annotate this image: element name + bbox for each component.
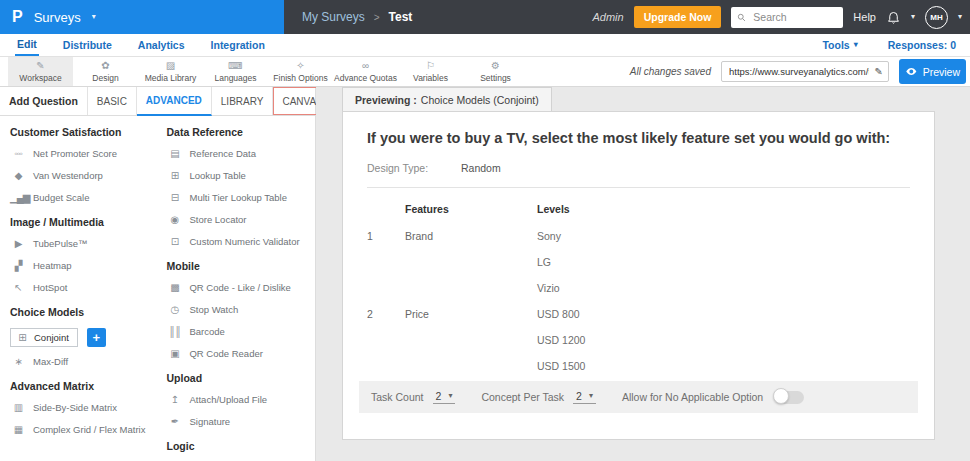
tools-label: Tools xyxy=(822,39,849,51)
sidebar-item-qr-like-dislike[interactable]: ▩ QR Code - Like / Dislike xyxy=(166,282,315,293)
previewing-question-type: Choice Models (Conjoint) xyxy=(421,94,539,106)
question-type-tabs: Add Question BASIC ADVANCED LIBRARY CANV… xyxy=(0,87,315,116)
question-column-2: Data Reference ▤ Reference Data ⊞ Lookup… xyxy=(162,126,315,461)
sidebar-item-barcode[interactable]: ║║ Barcode xyxy=(166,326,315,337)
nav-tab-analytics[interactable]: Analytics xyxy=(136,34,187,56)
tab-advanced[interactable]: ADVANCED xyxy=(137,87,212,116)
conjoint-selected-box[interactable]: ⊞ Conjoint xyxy=(10,328,78,347)
table-icon: ⊞ xyxy=(166,171,182,181)
concept-per-task-value: 2 xyxy=(576,390,582,402)
sidebar-item-signature[interactable]: ✒ Signature xyxy=(166,416,315,427)
section-title: Image / Multimedia xyxy=(10,216,162,228)
wand-icon: ✧ xyxy=(296,61,304,71)
tools-menu[interactable]: Tools▾ xyxy=(822,39,857,51)
item-label: QR Code - Like / Dislike xyxy=(189,282,290,293)
sidebar-item-attach-upload-file[interactable]: ↥ Attach/Upload File xyxy=(166,394,315,405)
sidebar-item-van-westendorp[interactable]: ◆ Van Westendorp xyxy=(10,170,162,181)
item-label: Barcode xyxy=(189,326,224,337)
sidebar-item-side-by-side-matrix[interactable]: ▥ Side-By-Side Matrix xyxy=(10,402,162,413)
search-input[interactable] xyxy=(751,10,837,24)
toolbar-finish-options[interactable]: ✧ Finish Options xyxy=(268,57,333,86)
divider xyxy=(367,187,910,188)
item-label: HotSpot xyxy=(33,282,67,293)
sidebar-item-conjoint-selected[interactable]: ⊞ Conjoint + xyxy=(10,328,162,347)
survey-url-input[interactable] xyxy=(727,65,871,78)
add-conjoint-button[interactable]: + xyxy=(87,328,106,347)
upload-icon: ↥ xyxy=(166,395,182,405)
task-count-label: Task Count xyxy=(371,391,424,403)
item-label: Van Westendorp xyxy=(33,170,103,181)
breadcrumb-separator-icon: > xyxy=(374,12,380,23)
sidebar-item-max-diff[interactable]: ∗ Max-Diff xyxy=(10,356,162,367)
feature-row: 2 Price USD 800 xyxy=(367,301,910,327)
level-value: USD 800 xyxy=(537,308,580,320)
sidebar-item-tubepulse[interactable]: ▶ TubePulse™ xyxy=(10,238,162,249)
sidebar-item-lookup-table[interactable]: ⊞ Lookup Table xyxy=(166,170,315,181)
edit-url-pencil-icon[interactable]: ✎ xyxy=(875,66,883,77)
item-label: Custom Numeric Validator xyxy=(189,236,299,247)
product-name: Surveys xyxy=(34,10,81,25)
search-box[interactable] xyxy=(731,7,843,28)
nav-tab-integration[interactable]: Integration xyxy=(209,34,267,56)
item-label: Stop Watch xyxy=(189,304,238,315)
user-avatar[interactable]: MH xyxy=(925,6,948,29)
section-title: Mobile xyxy=(166,260,315,272)
sidebar-item-heatmap[interactable]: ▞ Heatmap xyxy=(10,260,162,271)
video-play-icon: ▶ xyxy=(10,239,26,249)
toolbar-advance-quotas[interactable]: ∞ Advance Quotas xyxy=(333,57,398,86)
preview-button[interactable]: Preview xyxy=(899,59,966,84)
toolbar-languages[interactable]: ⌨ Languages xyxy=(203,57,268,86)
item-label: Reference Data xyxy=(189,148,256,159)
upgrade-now-button[interactable]: Upgrade Now xyxy=(634,6,722,28)
features-header: Features xyxy=(405,203,537,215)
breadcrumb-my-surveys[interactable]: My Surveys xyxy=(302,10,365,24)
notifications-caret-icon[interactable]: ▾ xyxy=(911,13,915,21)
level-row: USD 1200 xyxy=(367,327,910,353)
task-count-select[interactable]: 2 ▾ xyxy=(433,390,456,404)
section-logic: Logic xyxy=(166,440,315,452)
autosave-status: All changes saved xyxy=(630,66,711,77)
concept-per-task-select[interactable]: 2 ▾ xyxy=(573,390,596,404)
nav-right: Tools▾ Responses: 0 xyxy=(822,34,956,56)
product-switcher[interactable]: P Surveys ▾ xyxy=(0,0,284,34)
sidebar-item-complex-grid[interactable]: ▦ Complex Grid / Flex Matrix xyxy=(10,424,162,435)
tab-library[interactable]: LIBRARY xyxy=(212,87,274,115)
toolbar-variables[interactable]: ⚐ Variables xyxy=(398,57,463,86)
heatmap-icon: ▞ xyxy=(10,261,26,271)
toolbar-media-library[interactable]: ▨ Media Library xyxy=(138,57,203,86)
question-type-columns: Customer Satisfaction ◦◦◦ Net Promoter S… xyxy=(0,116,315,461)
sidebar-item-net-promoter-score[interactable]: ◦◦◦ Net Promoter Score xyxy=(10,148,162,159)
section-choice-models: Choice Models ⊞ Conjoint + ∗ Max-Diff xyxy=(10,306,162,367)
search-icon xyxy=(737,12,746,23)
responses-count[interactable]: Responses: 0 xyxy=(888,39,956,51)
help-link[interactable]: Help xyxy=(853,11,876,23)
section-title: Upload xyxy=(166,372,315,384)
nav-tab-edit[interactable]: Edit xyxy=(15,34,39,56)
item-label: Max-Diff xyxy=(33,356,68,367)
tab-basic[interactable]: BASIC xyxy=(88,87,137,115)
levels-header: Levels xyxy=(537,203,570,215)
toolbar-design[interactable]: ✿ Design xyxy=(73,57,138,86)
item-label: Signature xyxy=(189,416,230,427)
item-label: Attach/Upload File xyxy=(189,394,267,405)
sidebar-item-qr-code-reader[interactable]: ▣ QR Code Reader xyxy=(166,348,315,359)
toolbar-workspace[interactable]: ✎ Workspace xyxy=(8,57,73,86)
sidebar-item-multi-tier-lookup[interactable]: ⊟ Multi Tier Lookup Table xyxy=(166,192,315,203)
survey-url-box[interactable]: ✎ xyxy=(721,61,889,82)
feature-name: Price xyxy=(405,308,537,320)
notifications-bell-icon[interactable] xyxy=(886,10,901,25)
account-caret-icon[interactable]: ▾ xyxy=(958,13,962,21)
no-applicable-toggle[interactable] xyxy=(774,391,804,404)
add-question-panel: Add Question BASIC ADVANCED LIBRARY CANV… xyxy=(0,87,316,461)
sidebar-item-store-locator[interactable]: ◉ Store Locator xyxy=(166,214,315,225)
sidebar-item-reference-data[interactable]: ▤ Reference Data xyxy=(166,148,315,159)
sidebar-item-hotspot[interactable]: ↖ HotSpot xyxy=(10,282,162,293)
nav-tab-distribute[interactable]: Distribute xyxy=(61,34,114,56)
sidebar-item-custom-numeric-validator[interactable]: ⊡ Custom Numeric Validator xyxy=(166,236,315,247)
sidebar-item-stop-watch[interactable]: ◷ Stop Watch xyxy=(166,304,315,315)
toolbar-settings[interactable]: ⚙ Settings xyxy=(463,57,528,86)
stacked-table-icon: ⊟ xyxy=(166,193,182,203)
item-label: Store Locator xyxy=(189,214,246,225)
sidebar-item-budget-scale[interactable]: ▁▄▆ Budget Scale xyxy=(10,192,162,203)
validator-icon: ⊡ xyxy=(166,237,182,247)
